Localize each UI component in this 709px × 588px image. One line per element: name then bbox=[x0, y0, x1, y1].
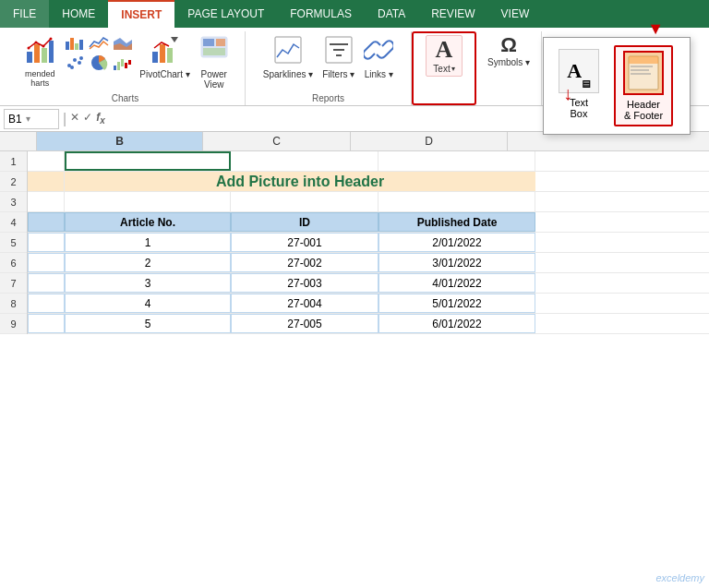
cell-b6[interactable]: 2 bbox=[65, 253, 231, 272]
cell-d7[interactable]: 4/01/2022 bbox=[379, 273, 535, 293]
cell-a9[interactable] bbox=[28, 314, 65, 333]
svg-rect-22 bbox=[121, 59, 124, 66]
svg-point-6 bbox=[42, 45, 45, 48]
scatter-chart-button[interactable] bbox=[64, 54, 86, 72]
links-button[interactable]: Links ▾ bbox=[360, 33, 397, 81]
symbols-button[interactable]: Ω Symbols ▾ bbox=[484, 33, 534, 69]
cell-d9[interactable]: 6/01/2022 bbox=[379, 314, 535, 333]
textbox-dropdown-item[interactable]: A▤ TextBox bbox=[551, 45, 607, 126]
row-num-4: 4 bbox=[0, 212, 27, 233]
cancel-formula-icon[interactable]: ✕ bbox=[70, 111, 79, 126]
tab-home[interactable]: HOME bbox=[49, 0, 108, 28]
sparklines-button[interactable]: Sparklines ▾ bbox=[259, 33, 317, 81]
svg-point-4 bbox=[28, 47, 30, 50]
cell-b7[interactable]: 3 bbox=[65, 273, 231, 293]
cell-c7[interactable]: 27-003 bbox=[231, 273, 379, 293]
svg-rect-2 bbox=[42, 48, 47, 63]
cell-b9[interactable]: 5 bbox=[65, 314, 231, 333]
dropdown-arrow-up: ▼ bbox=[647, 19, 664, 39]
header-footer-label: Header& Footer bbox=[624, 99, 663, 121]
sparklines-icon bbox=[273, 35, 303, 67]
cell-d5[interactable]: 2/01/2022 bbox=[379, 233, 535, 252]
cell-b3[interactable] bbox=[65, 192, 231, 211]
pivot-chart-button[interactable]: PivotChart ▾ bbox=[136, 33, 193, 81]
grid-row-3 bbox=[28, 192, 709, 212]
cell-b4[interactable]: Article No. bbox=[65, 212, 231, 232]
cell-d3[interactable] bbox=[379, 192, 535, 211]
tab-file[interactable]: FILE bbox=[0, 0, 49, 28]
svg-marker-28 bbox=[171, 37, 178, 42]
tab-formulas[interactable]: FORMULAS bbox=[277, 0, 365, 28]
reports-group-items: Sparklines ▾ Filters ▾ bbox=[259, 33, 397, 91]
tab-data[interactable]: DATA bbox=[365, 0, 418, 28]
svg-rect-10 bbox=[75, 43, 78, 50]
confirm-formula-icon[interactable]: ✓ bbox=[83, 111, 92, 126]
cell-a5[interactable] bbox=[28, 233, 65, 252]
grid-row-9: 5 27-005 6/01/2022 bbox=[28, 314, 709, 334]
recommended-charts-button[interactable]: mendedharts bbox=[18, 33, 62, 90]
cell-b8[interactable]: 4 bbox=[65, 294, 231, 313]
svg-point-17 bbox=[78, 61, 81, 65]
header-footer-icon bbox=[623, 51, 664, 95]
cell-a4[interactable] bbox=[28, 212, 65, 232]
charts-group-label: Charts bbox=[112, 93, 138, 103]
cell-d8[interactable]: 5/01/2022 bbox=[379, 294, 535, 313]
cell-a2[interactable] bbox=[28, 172, 65, 191]
cell-reference-box[interactable]: B1 ▾ bbox=[4, 109, 59, 129]
cell-b2-merged[interactable]: Add Picture into Header bbox=[65, 172, 535, 191]
col-header-c[interactable]: C bbox=[203, 132, 351, 150]
tab-insert[interactable]: INSERT bbox=[108, 0, 174, 28]
cell-d1[interactable] bbox=[379, 151, 535, 171]
tab-view[interactable]: VIEW bbox=[488, 0, 543, 28]
svg-point-15 bbox=[73, 58, 77, 62]
cell-a6[interactable] bbox=[28, 253, 65, 272]
line-chart-button[interactable] bbox=[88, 33, 110, 52]
power-view-icon bbox=[199, 35, 229, 67]
red-arrow-indicator: ↓ bbox=[563, 83, 572, 104]
tab-review[interactable]: REVIEW bbox=[418, 0, 487, 28]
cell-d6[interactable]: 3/01/2022 bbox=[379, 253, 535, 272]
svg-rect-1 bbox=[34, 44, 40, 63]
text-group-items: A Text ▾ bbox=[426, 35, 463, 100]
grid-row-1 bbox=[28, 151, 709, 172]
filters-button[interactable]: Filters ▾ bbox=[318, 33, 358, 81]
cell-c5[interactable]: 27-001 bbox=[231, 233, 379, 252]
area-chart-button[interactable] bbox=[112, 33, 134, 52]
formula-icons: ✕ ✓ fx bbox=[70, 111, 105, 126]
cell-d4[interactable]: Published Date bbox=[379, 212, 535, 232]
cell-c6[interactable]: 27-002 bbox=[231, 253, 379, 272]
power-view-button[interactable]: PowerView bbox=[196, 33, 233, 91]
cell-c9[interactable]: 27-005 bbox=[231, 314, 379, 333]
row-num-1: 1 bbox=[0, 151, 27, 172]
charts-group-items: mendedharts bbox=[18, 33, 232, 91]
cell-b5[interactable]: 1 bbox=[65, 233, 231, 252]
cell-c4[interactable]: ID bbox=[231, 212, 379, 232]
col-header-b[interactable]: B bbox=[37, 132, 203, 150]
text-button[interactable]: A Text ▾ bbox=[426, 35, 463, 77]
insert-function-icon[interactable]: fx bbox=[96, 111, 105, 126]
pie-chart-button[interactable] bbox=[88, 54, 110, 72]
cell-a1[interactable] bbox=[28, 151, 65, 171]
svg-rect-30 bbox=[203, 39, 214, 46]
cell-ref-dropdown-arrow[interactable]: ▾ bbox=[26, 114, 30, 124]
cell-c8[interactable]: 27-004 bbox=[231, 294, 379, 313]
cell-b1[interactable] bbox=[65, 151, 231, 171]
cell-a7[interactable] bbox=[28, 273, 65, 293]
svg-point-7 bbox=[50, 38, 53, 41]
column-chart-button[interactable] bbox=[64, 33, 86, 52]
svg-rect-0 bbox=[27, 52, 32, 63]
header-footer-dropdown-item[interactable]: Header& Footer bbox=[614, 45, 673, 126]
tab-page-layout[interactable]: PAGE LAYOUT bbox=[174, 0, 277, 28]
cell-c1[interactable] bbox=[231, 151, 379, 171]
svg-rect-26 bbox=[160, 44, 165, 63]
waterfall-chart-button[interactable] bbox=[112, 54, 134, 72]
svg-rect-3 bbox=[49, 41, 54, 63]
cell-c3[interactable] bbox=[231, 192, 379, 211]
col-header-d[interactable]: D bbox=[351, 132, 508, 150]
row-num-8: 8 bbox=[0, 294, 27, 314]
cell-a8[interactable] bbox=[28, 294, 65, 313]
svg-rect-41 bbox=[631, 69, 649, 71]
svg-rect-20 bbox=[114, 66, 116, 70]
filters-icon bbox=[324, 35, 354, 67]
cell-a3[interactable] bbox=[28, 192, 65, 211]
